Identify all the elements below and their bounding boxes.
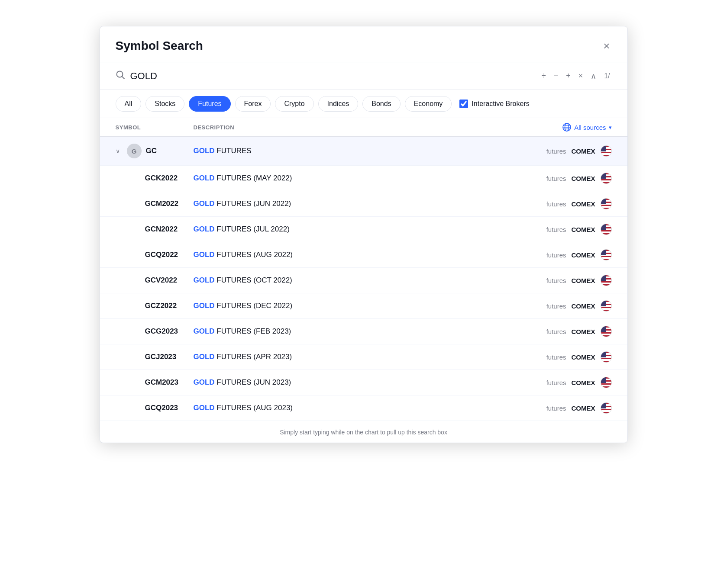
filter-btn-forex[interactable]: Forex	[235, 96, 271, 112]
description-highlight: GOLD	[194, 404, 215, 412]
all-sources-chevron: ▾	[609, 124, 612, 131]
filter-btn-crypto[interactable]: Crypto	[275, 96, 313, 112]
divide-tool[interactable]: ÷	[540, 71, 548, 81]
table-row[interactable]: ∨GGCGOLD FUTURESfuturesCOMEX	[100, 137, 627, 166]
meta-col: futuresCOMEX	[546, 198, 612, 209]
filter-btn-futures[interactable]: Futures	[189, 96, 230, 112]
meta-exchange: COMEX	[571, 226, 595, 233]
us-flag-icon	[601, 224, 612, 235]
ib-label: Interactive Brokers	[472, 100, 529, 108]
search-bar: ÷ − + × ∧ 1/	[100, 62, 627, 90]
expand-chevron: ∨	[116, 148, 123, 154]
description-col: GOLD FUTURES (FEB 2023)	[194, 327, 546, 336]
table-row[interactable]: GCG2023GOLD FUTURES (FEB 2023)futuresCOM…	[100, 319, 627, 344]
filter-btn-bonds[interactable]: Bonds	[362, 96, 400, 112]
meta-col: futuresCOMEX	[546, 326, 612, 337]
footer-hint: Simply start typing while on the chart t…	[100, 421, 627, 443]
symbol-text: GCM2022	[145, 199, 178, 208]
description-col: GOLD FUTURES (AUG 2022)	[194, 251, 546, 259]
all-sources-label: All sources	[574, 124, 606, 131]
meta-exchange: COMEX	[571, 277, 595, 284]
search-input[interactable]	[130, 71, 527, 82]
description-highlight: GOLD	[194, 174, 215, 182]
filter-btn-economy[interactable]: Economy	[405, 96, 452, 112]
meta-exchange: COMEX	[571, 175, 595, 182]
symbol-text: GCV2022	[145, 276, 178, 285]
page-number: 1/	[602, 71, 611, 81]
meta-col: futuresCOMEX	[546, 249, 612, 260]
filter-btn-indices[interactable]: Indices	[318, 96, 359, 112]
table-row[interactable]: GCV2022GOLD FUTURES (OCT 2022)futuresCOM…	[100, 268, 627, 293]
ib-filter-checkbox[interactable]: Interactive Brokers	[459, 100, 529, 108]
description-col: GOLD FUTURES (OCT 2022)	[194, 276, 546, 285]
minus-tool[interactable]: −	[552, 71, 560, 81]
meta-type: futures	[546, 175, 566, 182]
filter-btn-all[interactable]: All	[116, 96, 142, 112]
meta-exchange: COMEX	[571, 405, 595, 412]
us-flag-icon	[601, 377, 612, 388]
meta-type: futures	[546, 200, 566, 208]
meta-exchange: COMEX	[571, 251, 595, 259]
description-col: GOLD FUTURES (JUN 2022)	[194, 199, 546, 208]
description-col: GOLD FUTURES (JUN 2023)	[194, 378, 546, 387]
meta-col: futuresCOMEX	[546, 351, 612, 363]
description-col: GOLD FUTURES (MAY 2022)	[194, 174, 546, 183]
description-highlight: GOLD	[194, 251, 215, 259]
modal-header: Symbol Search ×	[100, 26, 627, 62]
table-row[interactable]: GCQ2023GOLD FUTURES (AUG 2023)futuresCOM…	[100, 395, 627, 421]
plus-tool[interactable]: +	[564, 71, 572, 81]
description-highlight: GOLD	[194, 147, 215, 155]
symbol-text: GCK2022	[145, 174, 178, 183]
meta-type: futures	[546, 277, 566, 284]
table-row[interactable]: GCK2022GOLD FUTURES (MAY 2022)futuresCOM…	[100, 166, 627, 191]
us-flag-icon	[601, 173, 612, 184]
symbol-text: GCZ2022	[145, 302, 177, 310]
search-icon	[116, 70, 125, 82]
us-flag-icon	[601, 300, 612, 312]
up-tool[interactable]: ∧	[589, 71, 598, 82]
meta-col: futuresCOMEX	[546, 275, 612, 286]
symbol-text: GCN2022	[145, 225, 178, 234]
meta-exchange: COMEX	[571, 379, 595, 386]
us-flag-icon	[601, 326, 612, 337]
search-tools: ÷ − + × ∧ 1/	[532, 71, 612, 82]
ib-checkbox-input[interactable]	[459, 100, 468, 108]
meta-col: futuresCOMEX	[546, 173, 612, 184]
meta-type: futures	[546, 251, 566, 259]
meta-exchange: COMEX	[571, 200, 595, 208]
times-tool[interactable]: ×	[577, 71, 585, 81]
meta-col: futuresCOMEX	[546, 300, 612, 312]
description-col: GOLD FUTURES (JUL 2022)	[194, 225, 546, 234]
filter-btn-stocks[interactable]: Stocks	[145, 96, 184, 112]
symbol-text: GCG2023	[145, 327, 178, 336]
meta-type: futures	[546, 405, 566, 412]
meta-exchange: COMEX	[571, 328, 595, 335]
symbol-text: GCQ2023	[145, 404, 178, 412]
meta-exchange: COMEX	[571, 353, 595, 361]
meta-col: futuresCOMEX	[546, 377, 612, 388]
table-row[interactable]: GCQ2022GOLD FUTURES (AUG 2022)futuresCOM…	[100, 242, 627, 268]
description-highlight: GOLD	[194, 353, 215, 361]
description-highlight: GOLD	[194, 276, 215, 284]
meta-col: futuresCOMEX	[546, 224, 612, 235]
description-highlight: GOLD	[194, 225, 215, 233]
table-row[interactable]: GCZ2022GOLD FUTURES (DEC 2022)futuresCOM…	[100, 293, 627, 319]
symbol-text: GCQ2022	[145, 251, 178, 259]
table-row[interactable]: GCN2022GOLD FUTURES (JUL 2022)futuresCOM…	[100, 217, 627, 242]
meta-type: futures	[546, 302, 566, 310]
meta-exchange: COMEX	[571, 148, 595, 155]
results-list: ∨GGCGOLD FUTURESfuturesCOMEXGCK2022GOLD …	[100, 137, 627, 421]
meta-col: futuresCOMEX	[546, 402, 612, 414]
col-symbol-header: Symbol	[116, 124, 194, 131]
us-flag-icon	[601, 402, 612, 414]
description-col: GOLD FUTURES (DEC 2022)	[194, 302, 546, 310]
table-row[interactable]: GCM2023GOLD FUTURES (JUN 2023)futuresCOM…	[100, 370, 627, 395]
table-row[interactable]: GCJ2023GOLD FUTURES (APR 2023)futuresCOM…	[100, 344, 627, 370]
all-sources-button[interactable]: All sources ▾	[562, 122, 611, 132]
meta-type: futures	[546, 226, 566, 233]
us-flag-icon	[601, 351, 612, 363]
modal-title: Symbol Search	[116, 39, 203, 53]
us-flag-icon	[601, 275, 612, 286]
table-row[interactable]: GCM2022GOLD FUTURES (JUN 2022)futuresCOM…	[100, 191, 627, 217]
close-button[interactable]: ×	[601, 39, 611, 53]
